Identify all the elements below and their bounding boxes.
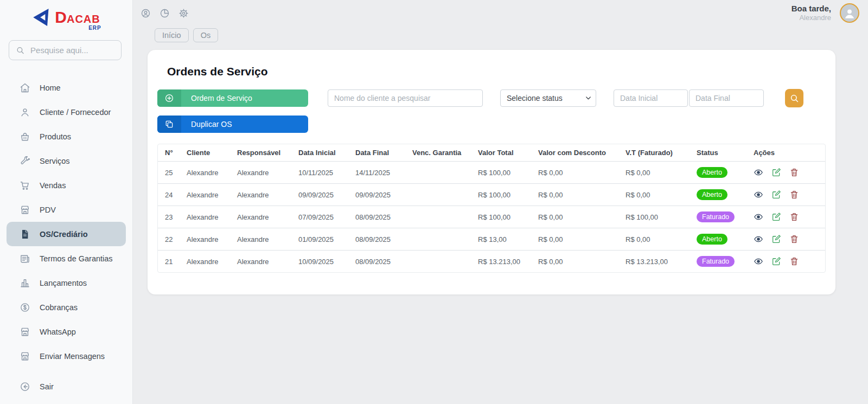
client-search-input[interactable]: [328, 89, 483, 107]
cell-valor-total: R$ 13,00: [471, 228, 531, 251]
view-button[interactable]: [754, 234, 763, 244]
cell-n: 23: [158, 206, 180, 228]
cell-valor-desconto: R$ 0,00: [531, 162, 618, 184]
delete-button[interactable]: [789, 190, 799, 200]
status-badge: Faturado: [697, 256, 735, 267]
delete-button[interactable]: [789, 212, 799, 222]
sidebar-item-whatsapp[interactable]: WhatsApp: [0, 319, 132, 344]
cell-data-inicial: 09/09/2025: [291, 184, 348, 206]
breadcrumb-inicio[interactable]: Início: [155, 28, 189, 42]
brand-logo[interactable]: DACABERP: [0, 0, 132, 31]
edit-icon: [771, 256, 781, 266]
store-icon: [20, 204, 30, 215]
sidebar-item-termos-garantias[interactable]: Termos de Garantias: [0, 246, 132, 271]
date-start-input[interactable]: [614, 89, 688, 107]
cell-status: Aberto: [690, 162, 746, 184]
pie-chart-icon[interactable]: [159, 8, 170, 18]
user-icon: [20, 107, 30, 118]
status-badge: Aberto: [697, 234, 727, 245]
cell-acoes: [746, 228, 825, 251]
user-circle-icon[interactable]: [141, 8, 151, 18]
page-title: Ordens de Serviço: [167, 65, 826, 78]
trash-icon: [789, 190, 799, 200]
cell-venc-garantia: [405, 228, 471, 251]
cell-cliente: Alexandre: [180, 251, 230, 273]
cell-vt-faturado: R$ 0,00: [618, 184, 690, 206]
filter-search-button[interactable]: [785, 89, 803, 107]
cell-data-final: 08/09/2025: [348, 206, 405, 228]
edit-icon: [771, 212, 781, 222]
cell-status: Aberto: [690, 184, 746, 206]
cell-responsavel: Alexandre: [230, 184, 291, 206]
view-button[interactable]: [754, 212, 763, 222]
sidebar-item-cobrancas[interactable]: Cobranças: [0, 295, 132, 319]
filters-row: Ordem de Serviço Selecione status: [157, 89, 826, 107]
breadcrumb-os[interactable]: Os: [193, 28, 219, 42]
new-order-button[interactable]: Ordem de Serviço: [157, 89, 308, 107]
edit-button[interactable]: [771, 212, 781, 222]
home-icon: [20, 82, 30, 93]
col-header-n: N°: [158, 144, 180, 162]
cell-data-inicial: 01/09/2025: [291, 228, 348, 251]
avatar-person-icon: [843, 6, 857, 20]
sidebar-item-sair[interactable]: Sair: [0, 374, 132, 399]
plus-circle-icon: [157, 89, 181, 107]
sidebar-search-input[interactable]: [30, 46, 114, 55]
col-header-responsavel: Responsável: [230, 144, 291, 162]
delete-button[interactable]: [789, 234, 799, 244]
sidebar-search[interactable]: [9, 40, 122, 60]
cell-data-final: 09/09/2025: [348, 184, 405, 206]
view-button[interactable]: [754, 190, 763, 200]
sidebar-item-pdv[interactable]: PDV: [0, 197, 132, 222]
brand-suffix: ERP: [88, 25, 101, 31]
cell-data-final: 14/11/2025: [348, 162, 405, 184]
table-row: 24 Alexandre Alexandre 09/09/2025 09/09/…: [158, 184, 825, 206]
view-button[interactable]: [754, 168, 763, 177]
cell-venc-garantia: [405, 184, 471, 206]
cell-acoes: [746, 162, 825, 184]
col-header-vt-faturado: V.T (Faturado): [618, 144, 690, 162]
edit-button[interactable]: [771, 234, 781, 244]
date-end-input[interactable]: [689, 89, 764, 107]
cell-data-final: 08/09/2025: [348, 251, 405, 273]
sidebar-item-cliente-fornecedor[interactable]: Cliente / Fornecedor: [0, 100, 132, 124]
cell-valor-desconto: R$ 0,00: [531, 228, 618, 251]
cell-valor-total: R$ 100,00: [471, 184, 531, 206]
status-select[interactable]: Selecione status: [500, 89, 596, 107]
sidebar-item-home[interactable]: Home: [0, 75, 132, 100]
sidebar-item-lancamentos[interactable]: Lançamentos: [0, 271, 132, 295]
magnifier-icon: [789, 93, 800, 104]
sidebar-item-vendas[interactable]: Vendas: [0, 173, 132, 197]
cell-valor-total: R$ 100,00: [471, 162, 531, 184]
col-header-venc-garantia: Venc. Garantia: [405, 144, 471, 162]
logout-icon: [20, 381, 30, 392]
edit-button[interactable]: [771, 256, 781, 266]
avatar[interactable]: [840, 3, 859, 23]
table-header-row: N° Cliente Responsável Data Inicial Data…: [158, 144, 825, 162]
sidebar-item-servicos[interactable]: Serviços: [0, 149, 132, 173]
status-select-wrap: Selecione status: [500, 89, 596, 107]
delete-button[interactable]: [789, 256, 799, 266]
cell-cliente: Alexandre: [180, 228, 230, 251]
edit-button[interactable]: [771, 168, 781, 177]
duplicate-os-button[interactable]: Duplicar OS: [157, 116, 308, 133]
table-row: 22 Alexandre Alexandre 01/09/2025 08/09/…: [158, 228, 825, 251]
eye-icon: [754, 256, 763, 266]
trash-icon: [789, 256, 799, 266]
eye-icon: [754, 212, 763, 222]
edit-button[interactable]: [771, 190, 781, 200]
table-row: 21 Alexandre Alexandre 10/09/2025 08/09/…: [158, 251, 825, 273]
sidebar-item-produtos[interactable]: Produtos: [0, 124, 132, 149]
sidebar-item-enviar-mensagens[interactable]: Enviar Mensagens: [0, 344, 132, 368]
cell-n: 22: [158, 228, 180, 251]
view-button[interactable]: [754, 256, 763, 266]
sidebar-nav: Home Cliente / Fornecedor Produtos Servi…: [0, 66, 132, 404]
main-area: Boa tarde, Alexandre Início Os Ordens de…: [133, 0, 868, 404]
orders-table: N° Cliente Responsável Data Inicial Data…: [157, 144, 826, 273]
cell-responsavel: Alexandre: [230, 251, 291, 273]
delete-button[interactable]: [789, 168, 799, 177]
gear-icon[interactable]: [178, 8, 189, 18]
cell-responsavel: Alexandre: [230, 206, 291, 228]
sidebar-item-os-crediario[interactable]: OS/Crediário: [7, 222, 126, 246]
cell-data-inicial: 07/09/2025: [291, 206, 348, 228]
